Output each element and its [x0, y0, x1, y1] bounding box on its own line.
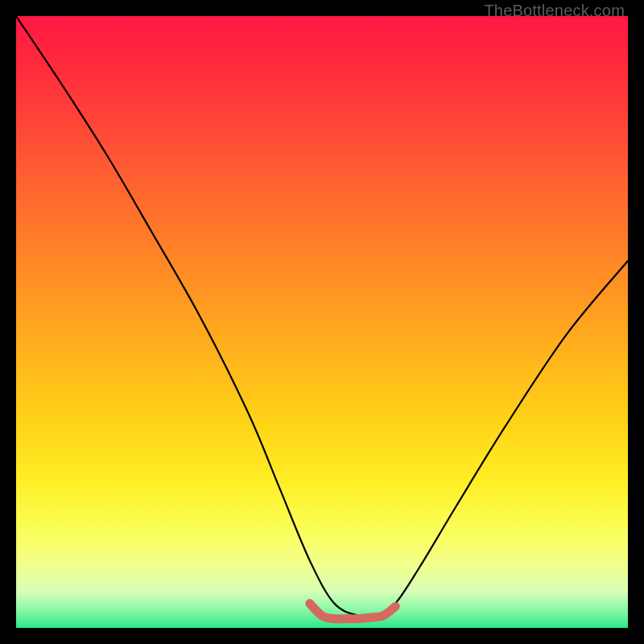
optimal-band-path — [310, 604, 395, 619]
curve-layer — [16, 16, 628, 628]
bottleneck-curve-path — [16, 16, 628, 617]
chart-frame: TheBottleneck.com — [0, 0, 644, 644]
plot-area — [16, 16, 628, 628]
